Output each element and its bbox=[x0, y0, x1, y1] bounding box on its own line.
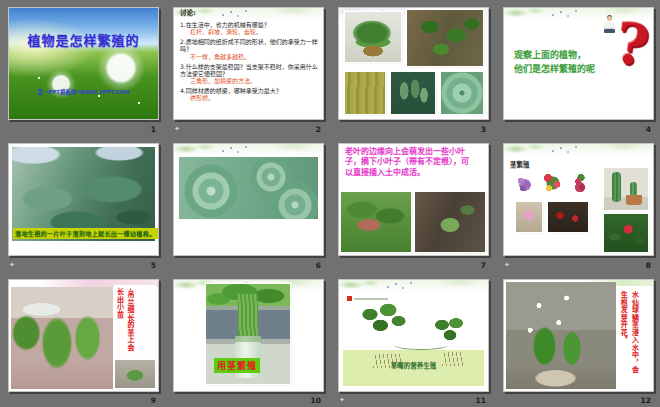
transition-icon[interactable]: ✦ bbox=[9, 262, 15, 269]
vertical-text-panel: ·吊兰细长的茎上会长出小苗 bbox=[114, 285, 156, 359]
prompt-line-1: 观察上面的植物， bbox=[514, 48, 595, 62]
spider-plant-note: ·吊兰细长的茎上会长出小苗 bbox=[114, 288, 135, 356]
photo-red-flowers bbox=[548, 202, 588, 232]
template-header-decoration bbox=[504, 144, 653, 157]
stem-propagation-caption: 用茎繁殖 bbox=[214, 358, 260, 373]
slide-number: 4 bbox=[646, 125, 651, 134]
cactus-column bbox=[612, 172, 621, 202]
narcissus-note: 水仙球鳞茎浸入水中，会生根发芽开花。 bbox=[617, 291, 639, 379]
photo-succulent-rosette bbox=[441, 72, 483, 114]
slide-cell-11: 草莓的营养生殖 ✦ 11 bbox=[330, 272, 495, 407]
discussion-text-block: 讨论: 1.在生活中，省力的机械有哪些？ 杠杆、斜坡、滑轮、齿轮。 2.质地相同… bbox=[180, 10, 318, 102]
slide-cell-12: 水仙球鳞茎浸入水中，会生根发芽开花。 12 bbox=[495, 272, 660, 407]
stem-propagation-title: 茎繁殖 bbox=[510, 159, 530, 169]
prompt-line-2: 他们是怎样繁殖的呢 bbox=[514, 62, 595, 76]
photo-cactus-pots bbox=[604, 168, 648, 210]
template-header-decoration bbox=[339, 280, 488, 293]
slide-cell-9: ·吊兰细长的茎上会长出小苗 9 bbox=[0, 272, 165, 407]
slide-thumbnail-1[interactable]: 植物是怎样繁殖的 第一PPT模板网-WWW.1PPT.COM bbox=[8, 7, 159, 120]
photo-spider-plant-pot bbox=[345, 12, 401, 62]
cactus-small bbox=[630, 182, 637, 196]
prompt-text: 观察上面的植物， 他们是怎样繁殖的呢 bbox=[514, 48, 595, 77]
slide-thumbnail-8[interactable]: 茎繁殖 bbox=[503, 143, 654, 256]
answer-3: 三角形、加横梁的方法。 bbox=[180, 77, 318, 84]
person-body bbox=[604, 22, 614, 29]
slide-thumbnail-7[interactable]: 老叶的边缘向上会萌发出一些小叶子，摘下小叶子（带有不定根），可以直接插入土中成活… bbox=[338, 143, 489, 256]
question-3: 3.什么样的支架最稳固？当支架不稳时，你采用什么方法使它便稳固？ bbox=[180, 63, 318, 77]
answer-4: 拱形桥。 bbox=[180, 94, 318, 101]
slide-cell-10: 用茎繁殖 10 bbox=[165, 272, 330, 407]
strawberry-runner-illustration: 草莓的营养生殖 bbox=[343, 293, 484, 386]
person-head bbox=[607, 16, 612, 21]
slide-cell-8: 茎繁殖 ✦ 8 bbox=[495, 136, 660, 272]
slide-thumbnail-2[interactable]: 讨论: 1.在生活中，省力的机械有哪些？ 杠杆、斜坡、滑轮、齿轮。 2.质地相同… bbox=[173, 7, 324, 120]
transition-icon[interactable]: ✦ bbox=[174, 126, 180, 133]
photo-narcissus-pot bbox=[506, 282, 616, 389]
question-4: 4.同样材质的桥梁，哪种承受力最大？ bbox=[180, 87, 318, 94]
slide-number: 11 bbox=[476, 396, 486, 405]
watermark-text: 第一PPT模板网-WWW.1PPT.COM bbox=[9, 88, 158, 96]
slide-cell-7: 老叶的边缘向上会萌发出一些小叶子，摘下小叶子（带有不定根），可以直接插入土中成活… bbox=[330, 136, 495, 272]
strawberry-plant-left bbox=[357, 299, 409, 343]
presentation-title: 植物是怎样繁殖的 bbox=[9, 30, 158, 49]
photo-spider-plantlet bbox=[115, 360, 155, 388]
slide-cell-6: 6 bbox=[165, 136, 330, 272]
photo-bamboo-stalks bbox=[345, 72, 385, 114]
photo-plantlet-in-soil bbox=[415, 192, 485, 252]
slide-cell-2: 讨论: 1.在生活中，省力的机械有哪些？ 杠杆、斜坡、滑轮、齿轮。 2.质地相同… bbox=[165, 0, 330, 136]
slide-number: 2 bbox=[316, 125, 321, 134]
slide-thumbnail-11[interactable]: 草莓的营养生殖 bbox=[338, 279, 489, 392]
photo-pink-flower bbox=[516, 202, 542, 232]
slide-thumbnail-9[interactable]: ·吊兰细长的茎上会长出小苗 bbox=[8, 279, 159, 392]
slide-number: 7 bbox=[481, 261, 486, 270]
person-legs bbox=[604, 29, 615, 33]
slide-number: 8 bbox=[646, 261, 651, 270]
slide-cell-5: 落地生根的一片叶子落到地上就长出一棵幼植株。 ✦ 5 bbox=[0, 136, 165, 272]
slide-thumbnail-12[interactable]: 水仙球鳞茎浸入水中，会生根发芽开花。 bbox=[503, 279, 654, 392]
photo-cactus-stems bbox=[391, 72, 435, 114]
question-2: 2.质地相同的纸折成不同的形状，他们的承受力一样吗？ bbox=[180, 38, 318, 52]
vertical-text-panel: 水仙球鳞茎浸入水中，会生根发芽开花。 bbox=[617, 287, 651, 383]
slide-number: 1 bbox=[151, 125, 156, 134]
photo-plantlets-on-leaf bbox=[341, 192, 411, 252]
slide-cell-4: ? 观察上面的植物， 他们是怎样繁殖的呢 4 bbox=[495, 0, 660, 136]
illustration-roses bbox=[540, 170, 566, 196]
slide-number: 9 bbox=[151, 396, 156, 405]
discussion-heading: 讨论: bbox=[180, 10, 318, 18]
title-slide-background bbox=[9, 8, 158, 119]
answer-1: 杠杆、斜坡、滑轮、齿轮。 bbox=[180, 28, 318, 35]
slide-thumbnail-5[interactable]: 落地生根的一片叶子落到地上就长出一棵幼植株。 bbox=[8, 143, 159, 256]
slide-thumbnail-4[interactable]: ? 观察上面的植物， 他们是怎样繁殖的呢 bbox=[503, 7, 654, 120]
slide-sorter-canvas: 植物是怎样繁殖的 第一PPT模板网-WWW.1PPT.COM 1 讨论: 1.在… bbox=[0, 0, 660, 407]
slide-thumbnail-10[interactable]: 用茎繁殖 bbox=[173, 279, 324, 392]
slide-number: 6 bbox=[316, 261, 321, 270]
answer-2: 不一样，角越多越稳。 bbox=[180, 53, 318, 60]
transition-icon[interactable]: ✦ bbox=[339, 397, 345, 404]
illustration-grapes bbox=[570, 174, 590, 198]
illustration-lilac bbox=[514, 174, 536, 196]
slide-cell-1: 植物是怎样繁殖的 第一PPT模板网-WWW.1PPT.COM 1 bbox=[0, 0, 165, 136]
slide-number: 10 bbox=[311, 396, 321, 405]
sitting-person-graphic bbox=[601, 16, 617, 34]
question-mark-graphic: ? bbox=[612, 14, 653, 74]
strawberry-caption: 草莓的营养生殖 bbox=[343, 360, 484, 370]
slide-cell-3: 3 bbox=[330, 0, 495, 136]
photo-ivy-leaves bbox=[407, 10, 483, 66]
slide-thumbnail-3[interactable] bbox=[338, 7, 489, 120]
cactus-pot bbox=[626, 195, 642, 205]
slide-number: 3 bbox=[481, 125, 486, 134]
transition-icon[interactable]: ✦ bbox=[504, 262, 510, 269]
question-1: 1.在生活中，省力的机械有哪些？ bbox=[180, 21, 318, 28]
photo-begonia bbox=[604, 214, 648, 252]
slide-number: 5 bbox=[151, 261, 156, 270]
slide-thumbnail-6[interactable] bbox=[173, 143, 324, 256]
photo-kalanchoe-leaves bbox=[12, 147, 155, 241]
template-header-decoration bbox=[174, 144, 323, 157]
slide-number: 12 bbox=[641, 396, 651, 405]
leaf-propagation-text: 老叶的边缘向上会萌发出一些小叶子，摘下小叶子（带有不定根），可以直接插入土中成活… bbox=[345, 147, 471, 178]
highlighted-caption: 落地生根的一片叶子落到地上就长出一棵幼植株。 bbox=[13, 228, 158, 239]
runner-stolon bbox=[393, 339, 449, 350]
photo-echeveria-rosettes bbox=[179, 157, 318, 219]
photo-spider-plants-planter bbox=[11, 287, 113, 389]
source-logo-mark bbox=[347, 296, 352, 301]
